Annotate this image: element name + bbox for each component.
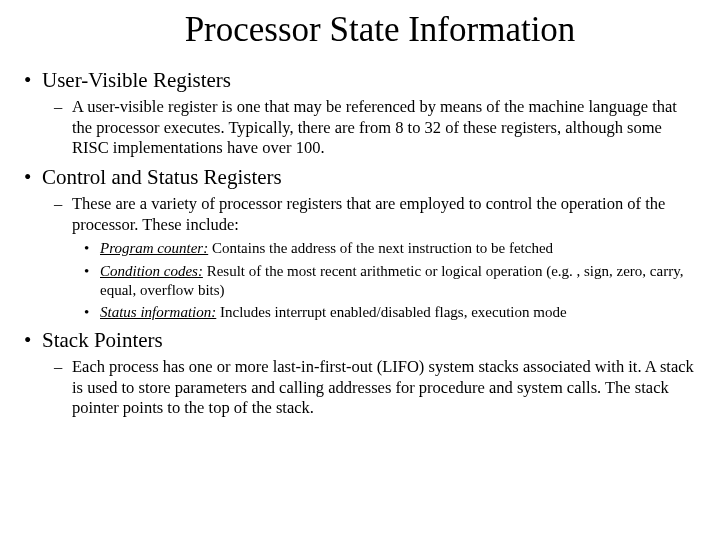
bullet-user-visible-registers: User-Visible Registers bbox=[20, 68, 700, 93]
item-desc: Includes interrupt enabled/disabled flag… bbox=[216, 304, 566, 320]
bullet-stack-pointers: Stack Pointers bbox=[20, 328, 700, 353]
item-desc: Contains the address of the next instruc… bbox=[208, 240, 553, 256]
sub-sub-bullet-status-information: Status information: Includes interrupt e… bbox=[20, 303, 700, 322]
sub-sub-bullet-condition-codes: Condition codes: Result of the most rece… bbox=[20, 262, 700, 300]
item-label: Condition codes: bbox=[100, 263, 203, 279]
sub-bullet: These are a variety of processor registe… bbox=[20, 194, 700, 235]
bullet-control-status-registers: Control and Status Registers bbox=[20, 165, 700, 190]
sub-sub-bullet-program-counter: Program counter: Contains the address of… bbox=[20, 239, 700, 258]
sub-bullet: Each process has one or more last-in-fir… bbox=[20, 357, 700, 419]
slide-title: Processor State Information bbox=[60, 10, 700, 50]
item-label: Status information: bbox=[100, 304, 216, 320]
sub-bullet: A user-visible register is one that may … bbox=[20, 97, 700, 159]
item-label: Program counter: bbox=[100, 240, 208, 256]
